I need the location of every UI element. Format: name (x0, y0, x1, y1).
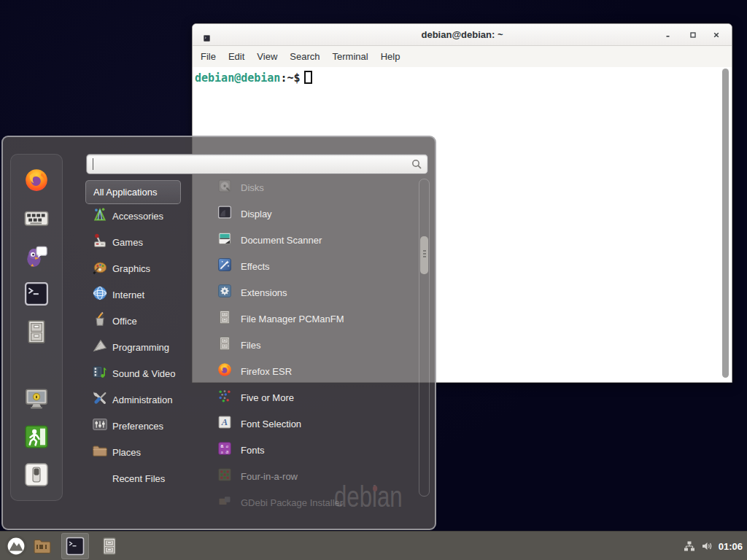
all-applications-button[interactable]: All Applications (85, 180, 181, 204)
administration-icon (92, 390, 108, 409)
category-label: Preferences (112, 421, 163, 432)
category-office[interactable]: Office (85, 308, 202, 334)
category-label: Accessories (112, 211, 163, 222)
scrollbar-thumb[interactable] (420, 236, 428, 274)
category-internet[interactable]: Internet (85, 281, 202, 308)
terminal-menu-edit[interactable]: Edit (228, 51, 244, 62)
app-disks[interactable]: Disks (201, 179, 419, 201)
network-icon[interactable] (684, 540, 695, 552)
terminal-scrollbar[interactable] (722, 69, 729, 378)
app-firefox-esr[interactable]: Firefox ESR (201, 358, 419, 384)
terminal-menu-terminal[interactable]: Terminal (333, 51, 368, 62)
taskbar: 01:06 (0, 531, 747, 560)
taskbar-clock[interactable]: 01:06 (719, 541, 743, 552)
category-places[interactable]: Places (85, 439, 202, 465)
desktop: debian debian@debian: ~ FileEditViewSear… (0, 0, 747, 560)
favorite-file-cabinet[interactable] (24, 319, 49, 344)
window-title: debian@debian: ~ (193, 29, 732, 40)
app-gdebi-package-installer[interactable]: GDebi Package Installer (201, 489, 419, 512)
search-icon (411, 159, 422, 170)
category-label: Recent Files (112, 473, 165, 484)
document-scanner-icon (217, 231, 232, 249)
no-icon (92, 470, 108, 486)
category-sound-video[interactable]: Sound & Video (85, 360, 202, 386)
terminal-menu-search[interactable]: Search (290, 51, 320, 62)
preferences-icon (92, 416, 108, 435)
sound-video-icon (92, 364, 108, 383)
terminal-task-button[interactable] (61, 533, 89, 559)
five-or-more-icon (217, 389, 232, 406)
svg-text:a: a (220, 443, 223, 448)
maximize-button[interactable] (684, 24, 703, 46)
games-icon (92, 233, 108, 252)
category-graphics[interactable]: Graphics (85, 255, 202, 281)
file-cabinet-icon (217, 336, 232, 354)
display-icon (217, 205, 232, 222)
app-files[interactable]: Files (201, 332, 419, 358)
applications-scrollbar[interactable] (419, 179, 430, 497)
category-label: Internet (112, 289, 144, 300)
terminal-menu-help[interactable]: Help (381, 51, 400, 62)
app-label: Disks (241, 182, 264, 193)
close-button[interactable] (707, 24, 726, 46)
volume-icon[interactable] (701, 540, 713, 552)
app-document-scanner[interactable]: Document Scanner (201, 227, 419, 253)
category-games[interactable]: Games (85, 229, 202, 255)
category-list: AccessoriesGamesGraphicsInternetOfficePr… (85, 203, 202, 491)
favorite-firefox[interactable] (24, 168, 49, 192)
app-five-or-more[interactable]: Five or More (201, 384, 419, 411)
office-icon (92, 311, 108, 330)
favorite-keyboard[interactable] (24, 206, 49, 230)
app-extensions[interactable]: Extensions (201, 279, 419, 306)
app-label: GDebi Package Installer (241, 497, 343, 508)
favorite-screensaver[interactable] (24, 386, 49, 411)
category-recent-files[interactable]: Recent Files (85, 465, 202, 491)
effects-icon (217, 257, 232, 275)
app-label: Firefox ESR (241, 366, 292, 377)
internet-icon (92, 285, 108, 304)
category-preferences[interactable]: Preferences (85, 413, 202, 439)
app-font-selection[interactable]: AFont Selection (201, 411, 419, 437)
app-display[interactable]: Display (201, 201, 419, 227)
category-label: Office (112, 316, 137, 327)
category-programming[interactable]: Programming (85, 334, 202, 360)
app-effects[interactable]: Effects (201, 253, 419, 279)
terminal-window-icon (204, 31, 210, 38)
app-label: Extensions (241, 287, 287, 298)
app-label: File Manager PCManFM (241, 314, 344, 324)
app-label: Document Scanner (241, 235, 322, 246)
app-fonts[interactable]: aaaaFonts (201, 437, 419, 463)
category-accessories[interactable]: Accessories (85, 203, 202, 229)
favorite-shutdown[interactable] (24, 462, 49, 487)
app-label: Four-in-a-row (241, 471, 298, 482)
app-four-in-a-row[interactable]: Four-in-a-row (201, 463, 419, 489)
gdebi-icon (217, 494, 232, 511)
svg-text:a: a (225, 449, 228, 454)
file-cabinet-icon (217, 310, 232, 327)
category-label: Sound & Video (112, 368, 176, 379)
terminal-titlebar[interactable]: debian@debian: ~ (193, 24, 732, 46)
fonts-icon: aaaa (217, 441, 232, 459)
terminal-menu-file[interactable]: File (201, 51, 216, 62)
favorite-logout[interactable] (24, 424, 49, 449)
app-label: Effects (241, 261, 270, 272)
category-label: Programming (112, 342, 169, 353)
app-label: Fonts (241, 445, 265, 456)
search-input[interactable] (86, 154, 428, 174)
file-manager-launcher[interactable] (33, 537, 52, 556)
font-selection-icon: A (217, 415, 232, 432)
accessories-icon (92, 206, 108, 225)
four-in-a-row-icon (217, 467, 232, 485)
app-label: Five or More (241, 392, 294, 403)
files-task-button[interactable] (100, 537, 119, 556)
app-file-manager-pcmanfm[interactable]: File Manager PCManFM (201, 306, 419, 332)
programming-icon (92, 338, 108, 357)
category-label: Graphics (112, 263, 150, 274)
category-administration[interactable]: Administration (85, 386, 202, 413)
places-icon (92, 443, 108, 462)
terminal-menu-view[interactable]: View (257, 51, 277, 62)
minimize-button[interactable] (659, 24, 678, 46)
menu-button[interactable] (4, 534, 28, 558)
favorite-pidgin[interactable] (24, 244, 49, 268)
favorite-terminal[interactable] (24, 281, 49, 306)
